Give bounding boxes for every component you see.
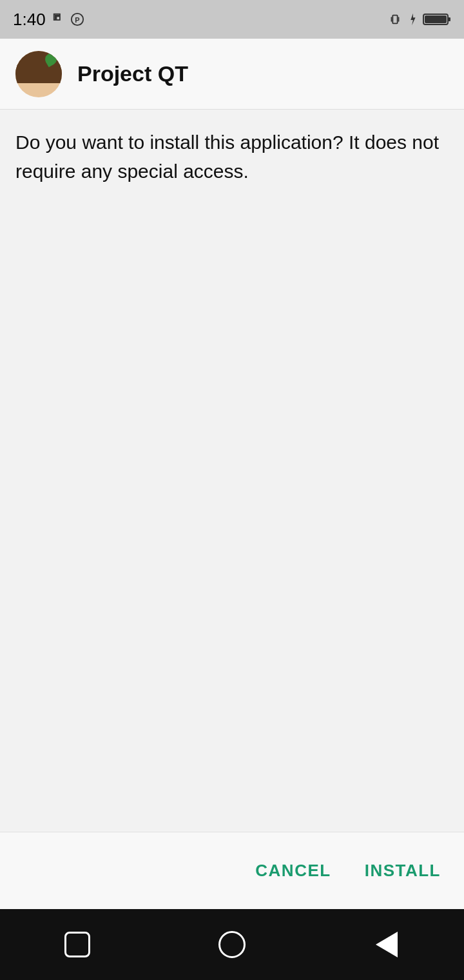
svg-rect-4 [391, 17, 392, 21]
main-content: Do you want to install this application?… [0, 110, 464, 832]
action-bar: CANCEL INSTALL [0, 832, 464, 909]
parking-icon: P [70, 12, 84, 26]
svg-marker-6 [411, 14, 415, 25]
status-bar: 1:40 P [0, 0, 464, 39]
home-icon [218, 931, 246, 958]
recents-button[interactable] [55, 922, 100, 967]
nav-bar [0, 909, 464, 980]
back-icon [376, 932, 398, 957]
battery-icon [423, 12, 451, 26]
status-bar-left: 1:40 P [13, 10, 84, 30]
svg-rect-9 [425, 15, 447, 23]
svg-rect-8 [448, 17, 450, 21]
app-header: Project QT [0, 39, 464, 110]
install-button[interactable]: INSTALL [360, 853, 446, 888]
app-avatar [15, 51, 62, 97]
avatar-hair-side [15, 64, 62, 83]
status-time: 1:40 [13, 10, 46, 30]
back-button[interactable] [364, 922, 409, 967]
svg-rect-5 [398, 17, 400, 21]
status-icons-left: P [52, 12, 84, 26]
svg-text:P: P [75, 16, 79, 24]
recents-icon [64, 932, 90, 957]
svg-rect-3 [392, 15, 397, 24]
notification-icon [52, 12, 66, 26]
cancel-button[interactable]: CANCEL [250, 853, 336, 888]
app-title: Project QT [77, 61, 188, 86]
install-prompt-text: Do you want to install this application?… [15, 128, 449, 186]
vibrate-icon [388, 12, 402, 26]
status-icons-right [388, 12, 451, 26]
charging-icon [407, 12, 418, 26]
home-button[interactable] [209, 922, 255, 967]
